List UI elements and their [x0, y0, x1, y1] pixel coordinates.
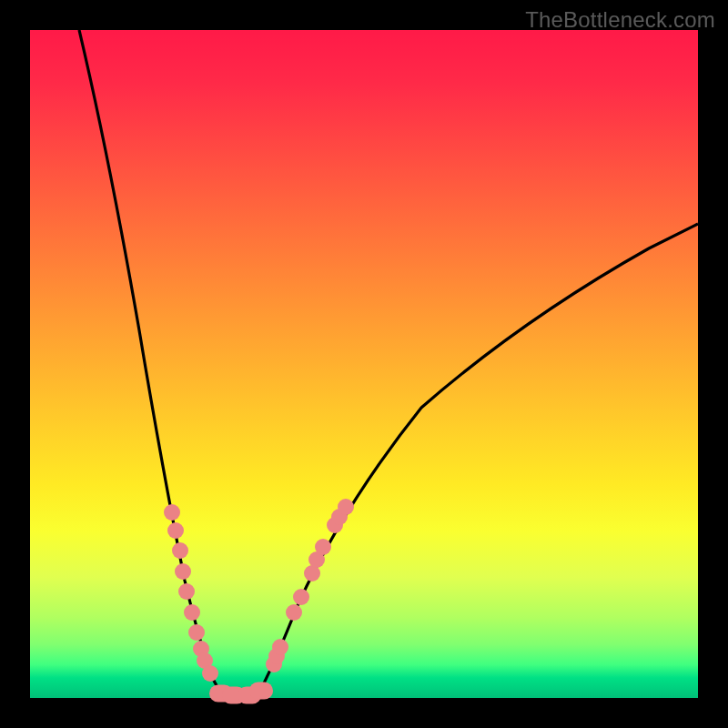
- watermark-text: TheBottleneck.com: [525, 7, 715, 33]
- data-point-dot: [286, 604, 302, 621]
- data-point-dot: [175, 563, 191, 580]
- data-point-dot: [167, 522, 184, 539]
- data-point-dot: [338, 499, 354, 515]
- data-point-dot: [202, 665, 218, 682]
- curve-layer: [30, 30, 698, 698]
- data-point-dot: [178, 583, 195, 600]
- left-curve-path: [79, 30, 228, 698]
- data-point-dot: [184, 604, 200, 621]
- data-point-dot: [272, 639, 288, 655]
- chart-container: TheBottleneck.com: [0, 0, 728, 728]
- data-point-dot: [164, 504, 180, 521]
- right-curve-path: [256, 224, 698, 698]
- data-point-dot: [293, 589, 309, 605]
- data-point-dot: [188, 624, 205, 641]
- data-point-dot: [315, 539, 331, 555]
- data-point-dot: [172, 542, 188, 559]
- data-point-dot: [249, 682, 273, 700]
